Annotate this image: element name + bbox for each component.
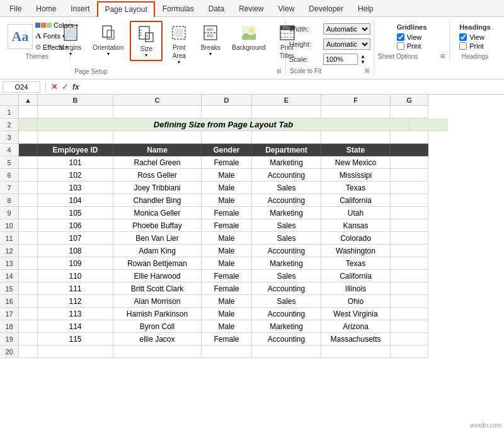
cell-e9[interactable]: Marketing xyxy=(252,207,321,219)
cell-e20[interactable] xyxy=(252,346,321,358)
cell-f15[interactable]: Illinois xyxy=(321,282,391,295)
cell-g19[interactable] xyxy=(391,333,428,346)
cell-e17[interactable]: Accounting xyxy=(252,308,321,320)
cell-f11[interactable]: Colorado xyxy=(321,232,391,245)
cell-d7[interactable]: Male xyxy=(202,182,252,194)
tab-data[interactable]: Data xyxy=(202,1,231,16)
cell-d20[interactable] xyxy=(202,346,252,358)
cell-e10[interactable]: Sales xyxy=(252,219,321,232)
gridlines-print-checkbox[interactable] xyxy=(397,42,404,50)
cell-g11[interactable] xyxy=(391,232,428,245)
cell-d5[interactable]: Female xyxy=(202,156,252,169)
cell-g9[interactable] xyxy=(391,207,428,219)
cell-e15[interactable]: Accounting xyxy=(252,282,321,295)
cell-a18[interactable] xyxy=(19,320,38,333)
row-header-2[interactable]: 2 xyxy=(0,119,19,131)
cell-d15[interactable]: Female xyxy=(202,282,252,295)
cell-f9[interactable]: Utah xyxy=(321,207,391,219)
cell-d4[interactable]: Gender xyxy=(202,144,252,156)
col-header-a[interactable]: ▲ xyxy=(19,95,38,106)
cell-a2[interactable] xyxy=(19,119,38,131)
cell-a13[interactable] xyxy=(19,257,38,270)
cell-c20[interactable] xyxy=(113,346,202,358)
row-header-8[interactable]: 8 xyxy=(0,194,19,207)
cell-c18[interactable]: Byron Coll xyxy=(113,320,202,333)
cell-g15[interactable] xyxy=(391,282,428,295)
cell-c11[interactable]: Ben Van Lier xyxy=(113,232,202,245)
cell-b8[interactable]: 104 xyxy=(38,194,113,207)
cell-f10[interactable]: Kansas xyxy=(321,219,391,232)
row-header-16[interactable]: 16 xyxy=(0,295,19,308)
row-header-15[interactable]: 15 xyxy=(0,282,19,295)
cell-reference-input[interactable] xyxy=(3,81,40,93)
cell-g18[interactable] xyxy=(391,320,428,333)
cell-b14[interactable]: 110 xyxy=(38,270,113,282)
cell-c9[interactable]: Monica Geller xyxy=(113,207,202,219)
cell-e16[interactable]: Sales xyxy=(252,295,321,308)
cell-f19[interactable]: Massachusetts xyxy=(321,333,391,346)
cell-a9[interactable] xyxy=(19,207,38,219)
col-header-c[interactable]: C xyxy=(113,95,202,106)
cell-b20[interactable] xyxy=(38,346,113,358)
cell-f12[interactable]: Washington xyxy=(321,245,391,257)
row-header-13[interactable]: 13 xyxy=(0,257,19,270)
cell-d12[interactable]: Male xyxy=(202,245,252,257)
orientation-button[interactable]: Orientation ▾ xyxy=(88,21,129,59)
print-area-button[interactable]: Print Area ▾ xyxy=(164,21,194,67)
cell-a12[interactable] xyxy=(19,245,38,257)
cell-b9[interactable]: 105 xyxy=(38,207,113,219)
row-header-5[interactable]: 5 xyxy=(0,156,19,169)
cell-e3[interactable] xyxy=(252,131,321,144)
cell-a16[interactable] xyxy=(19,295,38,308)
cell-d18[interactable]: Male xyxy=(202,320,252,333)
cell-g14[interactable] xyxy=(391,270,428,282)
cell-g12[interactable] xyxy=(391,245,428,257)
cell-e8[interactable]: Accounting xyxy=(252,194,321,207)
cell-g17[interactable] xyxy=(391,308,428,320)
row-header-17[interactable]: 17 xyxy=(0,308,19,320)
cell-f17[interactable]: West Virginia xyxy=(321,308,391,320)
row-header-20[interactable]: 20 xyxy=(0,346,19,358)
cell-c12[interactable]: Adam King xyxy=(113,245,202,257)
cell-b1[interactable] xyxy=(38,106,113,119)
tab-file[interactable]: File xyxy=(3,1,28,16)
col-header-d[interactable]: D xyxy=(202,95,252,106)
cell-d9[interactable]: Female xyxy=(202,207,252,219)
cell-c8[interactable]: Chandler Bing xyxy=(113,194,202,207)
cell-d8[interactable]: Male xyxy=(202,194,252,207)
row-header-1[interactable]: 1 xyxy=(0,106,19,119)
title-cell[interactable]: Defining Size from Page Layout Tab xyxy=(38,119,410,131)
tab-help[interactable]: Help xyxy=(351,1,381,16)
cell-c16[interactable]: Alan Morrison xyxy=(113,295,202,308)
cell-f14[interactable]: California xyxy=(321,270,391,282)
cell-a15[interactable] xyxy=(19,282,38,295)
cell-a19[interactable] xyxy=(19,333,38,346)
cell-d3[interactable] xyxy=(202,131,252,144)
cell-c6[interactable]: Ross Geller xyxy=(113,169,202,182)
cell-e13[interactable]: Marketing xyxy=(252,257,321,270)
cell-c13[interactable]: Rowan Bettjeman xyxy=(113,257,202,270)
cell-f13[interactable]: Texas xyxy=(321,257,391,270)
cell-a7[interactable] xyxy=(19,182,38,194)
cell-g8[interactable] xyxy=(391,194,428,207)
cell-e5[interactable]: Marketing xyxy=(252,156,321,169)
cell-g20[interactable] xyxy=(391,346,428,358)
col-header-f[interactable]: F xyxy=(321,95,391,106)
cell-a10[interactable] xyxy=(19,219,38,232)
tab-insert[interactable]: Insert xyxy=(64,1,96,16)
cell-d17[interactable]: Male xyxy=(202,308,252,320)
margins-button[interactable]: Margins ▾ xyxy=(54,21,87,59)
cell-f1[interactable] xyxy=(321,106,391,119)
cell-b4[interactable]: Employee ID xyxy=(38,144,113,156)
cell-b19[interactable]: 115 xyxy=(38,333,113,346)
confirm-formula-icon[interactable]: ✓ xyxy=(62,82,69,91)
fx-icon[interactable]: fx xyxy=(72,83,79,91)
cell-e7[interactable]: Sales xyxy=(252,182,321,194)
row-header-4[interactable]: 4 xyxy=(0,144,19,156)
scale-expand[interactable]: ⊞ xyxy=(365,67,370,74)
cell-c7[interactable]: Joey Tribbiani xyxy=(113,182,202,194)
cell-d1[interactable] xyxy=(202,106,252,119)
headings-print-checkbox[interactable] xyxy=(459,42,467,50)
cell-e14[interactable]: Sales xyxy=(252,270,321,282)
row-header-9[interactable]: 9 xyxy=(0,207,19,219)
